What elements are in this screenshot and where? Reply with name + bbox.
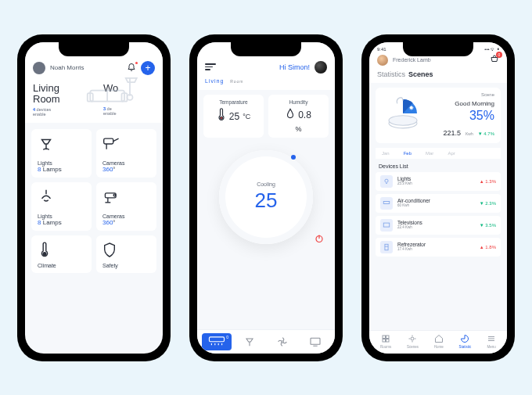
status-time: 9:41 bbox=[377, 47, 386, 52]
svg-rect-38 bbox=[386, 336, 390, 339]
card-climate[interactable]: Climate bbox=[31, 235, 92, 273]
temperature-card[interactable]: Temparature 25 °C bbox=[203, 95, 264, 138]
humidity-card[interactable]: Humdity 0.8 % bbox=[268, 95, 329, 138]
scene-name: Good Morning bbox=[430, 100, 494, 107]
user-name: Noah Morris bbox=[50, 64, 122, 71]
kwh-unit: Kwh bbox=[466, 131, 473, 136]
footer-fan[interactable] bbox=[268, 333, 297, 350]
card-label: Cameras bbox=[102, 214, 150, 219]
temp-unit: °C bbox=[243, 113, 250, 120]
devices-list-title: Devices List bbox=[379, 163, 498, 169]
svg-rect-37 bbox=[383, 336, 386, 339]
ac-icon bbox=[380, 197, 393, 210]
nav-home[interactable]: Home bbox=[434, 334, 444, 349]
menu-icon[interactable] bbox=[205, 62, 216, 72]
svg-rect-26 bbox=[311, 338, 320, 344]
rooms-strip[interactable]: Living Room 4 devices enable Wo 3 de ena… bbox=[25, 80, 163, 124]
bell-icon[interactable] bbox=[127, 62, 136, 74]
card-value: 360° bbox=[102, 166, 150, 173]
security-cam-icon bbox=[102, 189, 150, 206]
month-apr[interactable]: Apr bbox=[448, 151, 455, 156]
metric-label: Humdity bbox=[273, 99, 324, 105]
thermometer-icon bbox=[38, 242, 85, 259]
card-label: Cameras bbox=[102, 160, 150, 166]
nav-statistic[interactable]: Statistic bbox=[459, 334, 472, 349]
svg-point-15 bbox=[43, 253, 46, 256]
fridge-icon bbox=[380, 241, 393, 253]
stats-tabs[interactable]: StatisticsScenes bbox=[369, 70, 507, 83]
room-living[interactable]: Living Room 4 devices enable bbox=[33, 83, 80, 117]
camera-icon bbox=[102, 135, 150, 153]
card-value: 8 Lamps bbox=[38, 166, 85, 173]
breadcrumb[interactable]: Living Room bbox=[197, 77, 335, 90]
device-row[interactable]: Televisions22.4 Kwh ▼ 3.5% bbox=[376, 216, 501, 235]
greeting: Hi Simon! bbox=[216, 63, 315, 71]
scene-chart-card[interactable]: Scene Good Morning 35% 221.5 Kwh ▼ 4.7% bbox=[376, 88, 501, 143]
phone-frame-3: 9:41 ••• ᯤ ▮ Frederick Lamb StatisticsSc… bbox=[361, 34, 515, 361]
tv-icon bbox=[380, 219, 393, 232]
avatar[interactable] bbox=[33, 62, 45, 74]
delta-up-icon: ▲ 1.8% bbox=[480, 245, 496, 250]
month-feb[interactable]: Feb bbox=[404, 151, 412, 156]
bottom-nav: Rooms Scenes Home Statistic Menu bbox=[369, 330, 507, 354]
temp-value: 25 bbox=[229, 111, 239, 122]
thermostat-dial[interactable]: Cooling 25 bbox=[197, 142, 335, 244]
card-value: 360° bbox=[102, 219, 150, 226]
svg-rect-34 bbox=[383, 223, 390, 227]
card-label: Lights bbox=[38, 160, 85, 166]
device-row[interactable]: Air-conditioner60 Kwh ▼ 2.3% bbox=[376, 194, 501, 213]
svg-point-29 bbox=[389, 115, 417, 125]
month-mar[interactable]: Mar bbox=[426, 151, 433, 156]
metric-label: Temparature bbox=[208, 99, 259, 105]
footer-lamp[interactable] bbox=[235, 333, 264, 350]
room-title: Living Room bbox=[33, 83, 80, 106]
svg-point-41 bbox=[411, 337, 414, 340]
screen-2: Hi Simon! Living Room Temparature 25 °C … bbox=[197, 42, 335, 354]
avatar[interactable] bbox=[377, 55, 388, 66]
delta-down-icon: ▼ 3.5% bbox=[480, 223, 496, 228]
scene-pct: 35% bbox=[430, 109, 494, 123]
card-cameras-2[interactable]: Cameras 360° bbox=[96, 182, 156, 231]
sofa-illustration-icon bbox=[86, 77, 141, 114]
kwh-value: 221.5 bbox=[443, 129, 461, 137]
power-icon[interactable] bbox=[315, 234, 324, 246]
card-value: 8 Lamps bbox=[38, 219, 85, 226]
svg-rect-33 bbox=[383, 201, 390, 203]
scene-info: Scene Good Morning 35% 221.5 Kwh ▼ 4.7% bbox=[430, 92, 494, 137]
lamp-icon bbox=[38, 135, 85, 153]
delta-up-icon: ▲ 1.3% bbox=[480, 179, 496, 184]
devices-list: Lights25.3 Kwh ▲ 1.3% Air-conditioner60 … bbox=[376, 172, 501, 257]
user-name: Frederick Lamb bbox=[393, 57, 490, 63]
nav-scenes[interactable]: Scenes bbox=[407, 334, 419, 349]
device-grid: Lights 8 Lamps Cameras 360° Lights bbox=[25, 123, 163, 279]
svg-line-8 bbox=[113, 138, 119, 141]
nav-menu[interactable]: Menu bbox=[487, 334, 496, 349]
phone-frame-2: Hi Simon! Living Room Temparature 25 °C … bbox=[189, 34, 343, 361]
add-button[interactable]: + bbox=[141, 61, 155, 75]
screen-3: 9:41 ••• ᯤ ▮ Frederick Lamb StatisticsSc… bbox=[369, 42, 507, 354]
svg-point-31 bbox=[385, 179, 388, 182]
svg-rect-40 bbox=[386, 339, 390, 342]
phone-frame-1: Noah Morris + Living bbox=[17, 34, 171, 361]
card-cameras[interactable]: Cameras 360° bbox=[96, 129, 156, 178]
footer-tv[interactable] bbox=[300, 333, 330, 350]
pendant-icon bbox=[38, 189, 85, 206]
avatar[interactable] bbox=[315, 61, 327, 74]
month-tabs[interactable]: Jan Feb Mar Apr bbox=[376, 148, 501, 159]
device-row[interactable]: Refrezerator17.4 Kwh ▲ 1.8% bbox=[376, 238, 501, 257]
nav-rooms[interactable]: Rooms bbox=[380, 334, 391, 349]
card-safety[interactable]: Safety bbox=[96, 235, 156, 273]
card-lights-2[interactable]: Lights 8 Lamps bbox=[31, 182, 92, 231]
dial-mode: Cooling bbox=[257, 181, 275, 187]
footer-ac[interactable]: 0 bbox=[202, 333, 232, 350]
shield-icon bbox=[102, 242, 150, 259]
delta-down-icon: ▼ 2.3% bbox=[480, 201, 496, 206]
status-icons: ••• ᯤ ▮ bbox=[484, 47, 499, 52]
card-lights[interactable]: Lights 8 Lamps bbox=[31, 129, 92, 178]
month-jan[interactable]: Jan bbox=[382, 151, 390, 156]
device-row[interactable]: Lights25.3 Kwh ▲ 1.3% bbox=[376, 172, 501, 191]
device-footer: 0 bbox=[197, 329, 335, 354]
svg-rect-7 bbox=[104, 138, 113, 144]
cart-icon[interactable] bbox=[490, 55, 499, 66]
dial-value: 25 bbox=[255, 189, 278, 213]
